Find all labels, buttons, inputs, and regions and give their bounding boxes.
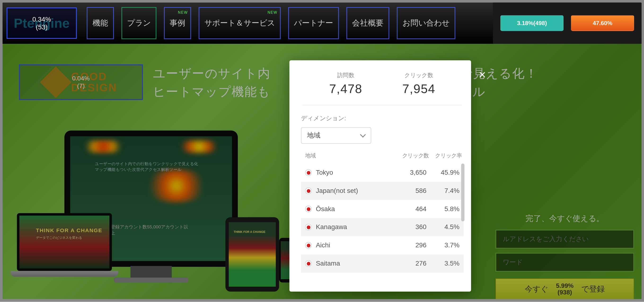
visits-value: 7,478 <box>329 82 362 96</box>
clicks-label: クリック数 <box>402 72 435 79</box>
region-rate: 3.5% <box>426 260 460 267</box>
table-row[interactable]: Japan(not set)5867.4% <box>301 182 464 200</box>
flag-jp-icon <box>305 242 312 249</box>
new-badge: NEW <box>268 10 278 14</box>
flag-jp-icon <box>305 224 312 230</box>
header: Ptengine 0.34% (53) 機能プラン事例NEWサポート＆サービスN… <box>2 2 642 44</box>
dimension-label: ディメンション: <box>301 114 464 122</box>
region-clicks: 3,650 <box>394 169 426 176</box>
logo-stat-count: (53) <box>36 23 48 31</box>
table-row[interactable]: Kanagawa3604.5% <box>301 218 464 236</box>
region-rate: 4.5% <box>426 224 460 231</box>
nav-item[interactable]: パートナー <box>288 7 339 39</box>
region-rate: 3.7% <box>426 242 460 249</box>
table-row[interactable]: Ōsaka4645.8% <box>301 200 464 218</box>
table-row[interactable]: Aichi2963.7% <box>301 236 464 254</box>
new-badge: NEW <box>178 10 188 14</box>
nav-item[interactable]: 事例NEW <box>164 7 191 39</box>
region-name: Kanagawa <box>316 224 394 231</box>
header-stat-teal[interactable]: 3.18%(498) <box>500 16 564 31</box>
close-icon[interactable]: × <box>478 68 486 82</box>
nav-item[interactable]: 機能 <box>86 7 114 39</box>
region-name: Japan(not set) <box>316 187 394 194</box>
region-name: Ōsaka <box>316 205 394 212</box>
col-region: 地域 <box>305 152 392 159</box>
dimension-select[interactable]: 地域 <box>301 127 371 144</box>
col-rate: クリック率 <box>429 152 462 159</box>
region-rows: Tokyo3,65045.9%Japan(not set)5867.4%Ōsak… <box>301 164 464 273</box>
scrollbar[interactable] <box>461 164 464 221</box>
flag-jp-icon <box>305 188 312 194</box>
nav-item[interactable]: プラン <box>121 7 156 39</box>
region-clicks: 586 <box>394 187 426 194</box>
region-rate: 45.9% <box>426 169 460 176</box>
region-rate: 7.4% <box>426 187 460 194</box>
flag-jp-icon <box>305 206 312 212</box>
region-clicks: 464 <box>394 205 426 212</box>
logo-stat-percent: 0.34% <box>32 15 51 23</box>
table-row[interactable]: Saitama2763.5% <box>301 254 464 273</box>
visits-label: 訪問数 <box>329 72 362 79</box>
nav-item[interactable]: 会社概要 <box>346 7 389 39</box>
flag-jp-icon <box>305 169 312 176</box>
clicks-value: 7,954 <box>402 82 435 96</box>
region-clicks: 276 <box>394 260 426 267</box>
nav-item[interactable]: サポート＆サービスNEW <box>198 7 280 39</box>
region-clicks: 296 <box>394 242 426 249</box>
col-clicks: クリック数 <box>392 152 429 159</box>
flag-jp-icon <box>305 260 312 267</box>
dimension-value: 地域 <box>307 131 320 140</box>
region-name: Tokyo <box>316 169 394 176</box>
table-row[interactable]: Tokyo3,65045.9% <box>301 164 464 182</box>
region-name: Aichi <box>316 242 394 249</box>
header-right: 3.18%(498) 47.60% <box>493 2 642 44</box>
nav-item[interactable]: お問い合わせ <box>397 7 456 39</box>
analytics-popup: × 訪問数 7,478 クリック数 7,954 ディメンション: 地域 地域 ク… <box>289 60 471 292</box>
region-name: Saitama <box>316 260 394 267</box>
header-stat-orange[interactable]: 47.60% <box>571 16 634 31</box>
logo-heatmap-box[interactable]: Ptengine 0.34% (53) <box>6 7 77 39</box>
region-rate: 5.8% <box>426 205 460 212</box>
region-clicks: 360 <box>394 224 426 231</box>
chevron-down-icon <box>360 132 366 138</box>
